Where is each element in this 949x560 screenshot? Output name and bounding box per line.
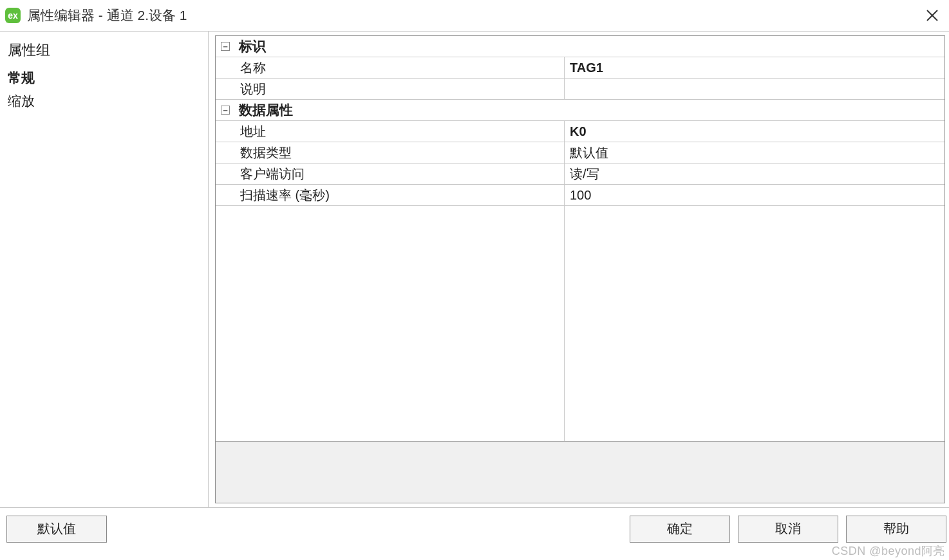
property-value[interactable]: K0 (565, 121, 944, 142)
property-row: 数据类型默认值 (216, 142, 944, 163)
collapse-icon[interactable]: − (221, 42, 230, 51)
property-value[interactable]: 100 (565, 185, 944, 205)
property-row: 客户端访问读/写 (216, 163, 944, 185)
description-panel (216, 441, 944, 503)
ok-button[interactable]: 确定 (630, 516, 730, 543)
property-label: 扫描速率 (毫秒) (216, 185, 565, 205)
property-label: 名称 (216, 57, 565, 78)
help-button[interactable]: 帮助 (846, 516, 946, 543)
property-label: 地址 (216, 121, 565, 142)
property-row: 扫描速率 (毫秒)100 (216, 185, 944, 206)
sidebar-item-1[interactable]: 缩放 (8, 89, 208, 113)
grid-filler (216, 206, 944, 441)
sidebar-heading: 属性组 (8, 38, 208, 66)
property-label: 说明 (216, 79, 565, 99)
main-panel: −标识名称TAG1说明−数据属性地址K0数据类型默认值客户端访问读/写扫描速率 … (209, 32, 949, 507)
property-label: 客户端访问 (216, 163, 565, 184)
property-row: 说明 (216, 79, 944, 100)
group-title: 数据属性 (239, 101, 293, 119)
defaults-button[interactable]: 默认值 (6, 516, 107, 543)
sidebar: 属性组 常规缩放 (0, 32, 209, 507)
property-value[interactable]: 读/写 (565, 163, 944, 184)
group-header-1: −数据属性 (216, 100, 944, 121)
group-title: 标识 (239, 37, 266, 55)
property-value[interactable] (565, 79, 944, 99)
property-value[interactable]: TAG1 (565, 57, 944, 78)
property-value[interactable]: 默认值 (565, 142, 944, 163)
cancel-button[interactable]: 取消 (738, 516, 838, 543)
property-row: 名称TAG1 (216, 57, 944, 79)
group-header-0: −标识 (216, 36, 944, 57)
window-title: 属性编辑器 - 通道 2.设备 1 (27, 6, 921, 24)
sidebar-item-0[interactable]: 常规 (8, 66, 208, 89)
property-row: 地址K0 (216, 121, 944, 142)
property-label: 数据类型 (216, 142, 565, 163)
property-grid: −标识名称TAG1说明−数据属性地址K0数据类型默认值客户端访问读/写扫描速率 … (215, 35, 945, 503)
app-icon: ex (5, 8, 21, 23)
close-icon[interactable] (921, 4, 944, 27)
collapse-icon[interactable]: − (221, 106, 230, 115)
footer: 默认值 确定 取消 帮助 (0, 507, 949, 550)
